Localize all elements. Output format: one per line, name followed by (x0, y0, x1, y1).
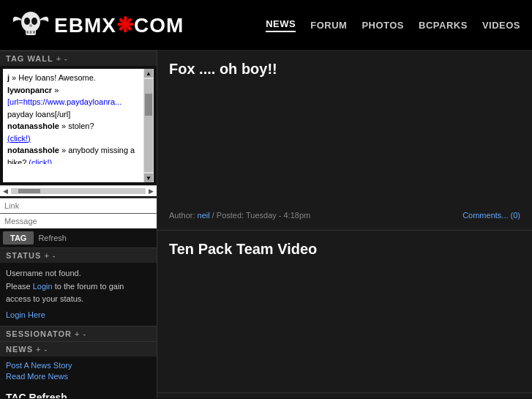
header: EBMX❋COM NEWS FORUM PHOTOS BCPARKS VIDEO… (0, 0, 532, 51)
tag-message-notanasshole1: notanasshole » stolen? (7, 120, 149, 133)
tac-refresh-section: TAC Refresh (0, 387, 157, 398)
article-1-author-info: Author: neil / Posted: Tuesday - 4:18pm (169, 211, 310, 220)
hscroll-thumb[interactable] (18, 189, 40, 193)
tag-message-url: [url=https://www.paydayloanra... (7, 96, 149, 108)
tag-message-payday: payday loans[/url] (7, 108, 149, 121)
hscroll-track (11, 188, 146, 194)
layout: TAG WALL + - j » Hey loans! Awesome. lyw… (0, 51, 532, 398)
article-2-body (169, 265, 520, 382)
status-header: STATUS + - (0, 247, 157, 263)
article-1-footer: Author: neil / Posted: Tuesday - 4:18pm … (169, 211, 520, 220)
article-1-author-link[interactable]: neil (198, 211, 210, 220)
status-login-here-link[interactable]: Login Here (6, 309, 151, 322)
tag-wall-header: TAG WALL + - (0, 51, 157, 66)
tac-refresh-title: TAC Refresh (6, 392, 151, 398)
article-1-comments-link[interactable]: Comments... (0) (462, 211, 520, 220)
article-1-posted: / Posted: Tuesday - 4:18pm (212, 211, 311, 220)
news-sidebar-toggle[interactable]: + (36, 345, 41, 354)
nav-bcparks[interactable]: BCPARKS (419, 20, 468, 31)
article-2-title[interactable]: Ten Pack Team Video (169, 241, 520, 258)
svg-rect-7 (30, 31, 32, 34)
logo-area: EBMX❋COM (12, 6, 184, 44)
news-sidebar-links: Post A News Story Read More News (0, 357, 157, 387)
tag-link-input[interactable] (0, 198, 157, 213)
main-nav: NEWS FORUM PHOTOS BCPARKS VIDEOS (266, 18, 520, 32)
tag-button[interactable]: TAG (3, 231, 34, 245)
svg-rect-6 (26, 31, 29, 34)
tag-wall-content: j » Hey loans! Awesome. lywonpancr » [ur… (3, 69, 154, 164)
tag-message-notanasshole2: notanasshole » anybody missing a bike? (… (7, 144, 149, 164)
tag-message-j: j » Hey loans! Awesome. (7, 72, 149, 84)
svg-rect-8 (33, 31, 35, 34)
status-login-link[interactable]: Login (33, 282, 53, 291)
svg-point-1 (21, 12, 40, 32)
sessionator-header: SESSIONATOR + - (0, 326, 157, 341)
post-news-link[interactable]: Post A News Story (6, 361, 151, 370)
tag-wall-collapse[interactable]: - (64, 54, 68, 63)
scroll-up-icon[interactable]: ▲ (144, 69, 153, 78)
nav-photos[interactable]: PHOTOS (361, 20, 404, 31)
tag-wall-box: j » Hey loans! Awesome. lywonpancr » [ur… (3, 69, 154, 182)
sessionator-collapse[interactable]: - (83, 329, 87, 338)
tag-wall-toggle[interactable]: + (56, 54, 61, 63)
status-collapse[interactable]: - (53, 251, 56, 260)
svg-point-5 (29, 24, 32, 27)
hscroll-right-icon[interactable]: ▶ (149, 187, 154, 195)
nav-news[interactable]: NEWS (266, 18, 296, 32)
tag-message-click1: (click!) (7, 133, 149, 145)
nav-forum[interactable]: FORUM (310, 20, 347, 31)
svg-point-3 (24, 18, 30, 25)
logo-text: EBMX❋COM (54, 13, 184, 37)
tag-refresh-link[interactable]: Refresh (38, 234, 67, 242)
scroll-thumb[interactable] (145, 94, 152, 116)
article-1-title[interactable]: Fox .... oh boy!! (169, 61, 520, 78)
article-1: Fox .... oh boy!! Author: neil / Posted:… (157, 51, 532, 231)
read-more-news-link[interactable]: Read More News (6, 372, 151, 381)
article-2: Ten Pack Team Video (157, 231, 532, 393)
tag-button-row: TAG Refresh (0, 228, 157, 247)
tag-wall-hscrollbar: ◀ ▶ (0, 185, 157, 196)
scroll-down-icon[interactable]: ▼ (144, 174, 153, 182)
status-toggle[interactable]: + (44, 251, 49, 260)
hscroll-left-icon[interactable]: ◀ (3, 187, 8, 195)
tag-wall-scrollbar[interactable]: ▲ ▼ (143, 69, 154, 182)
tag-message-input[interactable] (0, 213, 157, 228)
status-section: Username not found.Please Login to the f… (0, 263, 157, 326)
article-1-body (169, 85, 520, 202)
skull-logo-icon (12, 6, 50, 44)
scroll-track (144, 79, 153, 172)
sessionator-toggle[interactable]: + (75, 329, 80, 338)
svg-point-4 (31, 18, 37, 25)
tag-message-lywonpancr: lywonpancr » (7, 84, 149, 97)
nav-videos[interactable]: VIDEOS (482, 20, 520, 31)
news-sidebar-collapse[interactable]: - (44, 345, 48, 354)
news-sidebar-header: NEWS + - (0, 341, 157, 357)
sidebar: TAG WALL + - j » Hey loans! Awesome. lyw… (0, 51, 157, 398)
main-content: Fox .... oh boy!! Author: neil / Posted:… (157, 51, 532, 398)
